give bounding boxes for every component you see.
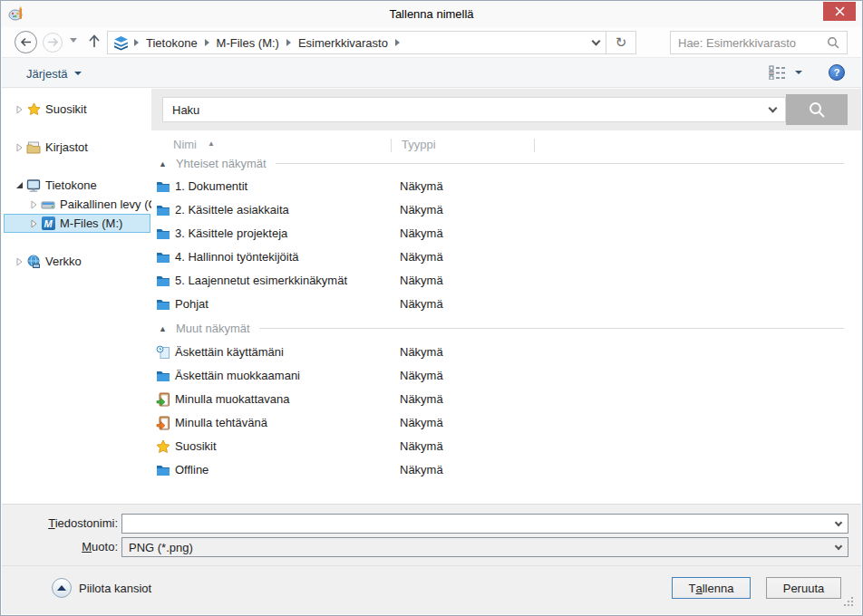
title-bar: Tallenna nimellä bbox=[1, 1, 862, 27]
collapse-icon: ▲ bbox=[159, 159, 167, 168]
close-icon bbox=[835, 6, 845, 16]
view-options-button[interactable] bbox=[769, 65, 802, 80]
close-button[interactable] bbox=[823, 2, 856, 21]
recent-locations-dropdown-icon[interactable] bbox=[70, 38, 77, 43]
help-button[interactable]: ? bbox=[829, 64, 845, 81]
sidebar-item-verkko[interactable]: Verkko bbox=[4, 252, 150, 271]
list-item[interactable]: 2. Käsittele asiakkaita Näkymä bbox=[151, 201, 841, 219]
view-list-icon bbox=[769, 65, 786, 80]
expander-icon[interactable] bbox=[14, 257, 25, 266]
sidebar-item-label: Paikallinen levy (C:) bbox=[60, 197, 164, 211]
list-item[interactable]: 4. Hallinnoi työntekijöitä Näkymä bbox=[151, 248, 841, 266]
address-dropdown-button[interactable] bbox=[586, 32, 606, 53]
format-select[interactable]: PNG (*.png) bbox=[121, 537, 848, 557]
list-item[interactable]: Äskettäin käyttämäni Näkymä bbox=[151, 343, 841, 361]
expander-icon[interactable] bbox=[14, 105, 25, 114]
list-item[interactable]: 1. Dokumentit Näkymä bbox=[151, 178, 841, 196]
organize-label: Järjestä bbox=[26, 67, 68, 81]
folder-icon bbox=[156, 297, 170, 312]
mfiles-search-button[interactable] bbox=[786, 94, 848, 125]
collapse-circle-icon bbox=[52, 578, 72, 598]
breadcrumb-arrow-icon[interactable] bbox=[286, 39, 291, 46]
list-item[interactable]: 5. Laajennetut esimerkkinäkymät Näkymä bbox=[151, 272, 841, 290]
column-header-type[interactable]: Tyyppi bbox=[402, 138, 436, 151]
breadcrumb-arrow-icon[interactable] bbox=[205, 39, 209, 46]
resize-grip[interactable] bbox=[843, 596, 854, 607]
group-divider-line bbox=[259, 328, 844, 329]
sort-ascending-icon: ▲ bbox=[208, 140, 215, 148]
column-divider[interactable] bbox=[534, 139, 535, 152]
expander-icon[interactable] bbox=[28, 200, 40, 209]
breadcrumb-arrow-icon[interactable] bbox=[395, 39, 400, 46]
list-item[interactable]: 3. Käsittele projekteja Näkymä bbox=[151, 225, 841, 243]
sidebar-item-suosikit[interactable]: Suosikit bbox=[4, 100, 150, 119]
sidebar-item-mfiles-drive[interactable]: M M-Files (M:) bbox=[4, 214, 150, 233]
list-item[interactable]: Minulla muokattavana Näkymä bbox=[151, 390, 841, 409]
sidebar-item-label: Kirjastot bbox=[45, 140, 88, 154]
collapse-icon: ▲ bbox=[159, 324, 167, 333]
group-header-other-views[interactable]: ▲ Muut näkymät bbox=[159, 321, 844, 336]
forward-button[interactable] bbox=[43, 33, 63, 53]
sidebar-item-kirjastot[interactable]: Kirjastot bbox=[4, 138, 150, 157]
search-icon bbox=[808, 101, 826, 119]
file-name-panel: Tiedostonimi: Muoto: PNG (*.png) Piilota… bbox=[2, 504, 861, 614]
folder-icon bbox=[156, 226, 170, 241]
chevron-down-icon bbox=[835, 543, 842, 550]
sidebar-item-paikallinen-levy[interactable]: Paikallinen levy (C:) bbox=[4, 195, 150, 214]
chevron-down-icon[interactable] bbox=[835, 519, 842, 526]
folder-icon bbox=[156, 369, 170, 383]
list-item[interactable]: Minulla tehtävänä Näkymä bbox=[151, 414, 841, 432]
group-header-common-views[interactable]: ▲ Yhteiset näkymät bbox=[159, 156, 844, 171]
expander-icon[interactable] bbox=[14, 182, 25, 189]
forward-icon bbox=[47, 37, 59, 47]
refresh-button[interactable]: ↻ bbox=[606, 32, 635, 53]
list-item[interactable]: Suosikit Näkymä bbox=[151, 438, 841, 456]
search-value: Haku bbox=[172, 103, 770, 117]
search-placeholder: Hae: Esimerkkivarasto bbox=[678, 36, 827, 50]
mfiles-search-input[interactable]: Haku bbox=[162, 97, 786, 122]
chevron-down-icon bbox=[74, 72, 82, 75]
folder-icon bbox=[156, 179, 170, 194]
cancel-button[interactable]: Peruuta bbox=[766, 577, 841, 599]
filename-label: Tiedostonimi: bbox=[9, 516, 118, 530]
sidebar-item-label: M-Files (M:) bbox=[60, 217, 122, 230]
list-item[interactable]: Pohjat Näkymä bbox=[151, 295, 841, 313]
back-button[interactable] bbox=[15, 31, 37, 53]
organize-button[interactable]: Järjestä bbox=[18, 63, 90, 83]
explorer-search-box[interactable]: Hae: Esimerkkivarasto bbox=[670, 31, 848, 54]
chevron-down-icon[interactable] bbox=[769, 104, 778, 113]
hard-drive-icon bbox=[40, 197, 56, 212]
filename-input[interactable] bbox=[121, 514, 848, 534]
expander-icon[interactable] bbox=[14, 143, 25, 152]
document-green-arrow-icon bbox=[156, 392, 170, 407]
breadcrumb-segment-esimerkkivarasto[interactable]: Esimerkkivarasto bbox=[293, 36, 393, 50]
list-item[interactable]: Äskettäin muokkaamani Näkymä bbox=[151, 367, 841, 385]
mfiles-vault-icon bbox=[113, 35, 129, 51]
sidebar-item-label: Tietokone bbox=[45, 178, 97, 192]
list-item[interactable]: Offline Näkymä bbox=[151, 461, 841, 479]
star-icon bbox=[25, 102, 42, 116]
network-icon bbox=[25, 255, 42, 269]
folder-icon bbox=[156, 250, 170, 265]
hide-folders-button[interactable]: Piilota kansiot bbox=[52, 578, 151, 598]
libraries-folder-icon bbox=[25, 140, 42, 155]
star-icon bbox=[156, 439, 170, 454]
sidebar-item-label: Suosikit bbox=[45, 102, 87, 116]
expander-icon[interactable] bbox=[28, 219, 40, 228]
chevron-down-icon bbox=[795, 71, 802, 74]
group-divider-line bbox=[276, 163, 844, 164]
folder-icon bbox=[156, 463, 170, 477]
column-header-name[interactable]: Nimi bbox=[173, 138, 197, 151]
up-button[interactable] bbox=[88, 34, 101, 52]
breadcrumb: Tietokone M-Files (M:) Esimerkkivarasto … bbox=[107, 31, 636, 54]
back-icon bbox=[20, 37, 32, 47]
breadcrumb-segment-mfiles-drive[interactable]: M-Files (M:) bbox=[211, 36, 285, 50]
column-divider[interactable] bbox=[391, 139, 392, 152]
column-headers: Nimi ▲ Tyyppi bbox=[151, 138, 861, 154]
sidebar-item-tietokone[interactable]: Tietokone bbox=[4, 176, 150, 195]
save-button[interactable]: Tallenna bbox=[672, 577, 751, 599]
footer-divider bbox=[2, 565, 861, 566]
breadcrumb-segment-tietokone[interactable]: Tietokone bbox=[141, 36, 203, 50]
folder-icon bbox=[156, 203, 170, 217]
window-title: Tallenna nimellä bbox=[1, 7, 862, 21]
